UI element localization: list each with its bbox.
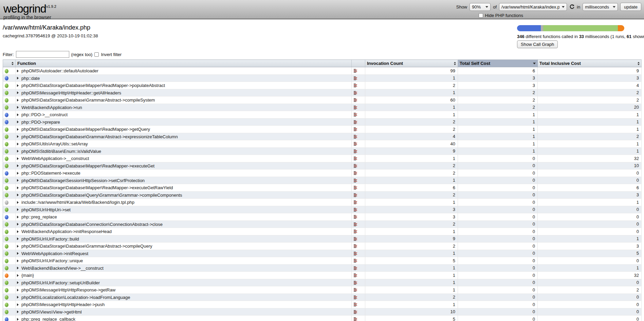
expand-arrow-icon[interactable] — [17, 113, 19, 116]
table-row[interactable]: Web\WebApplication->initRequest 1 0 5 — [3, 250, 642, 257]
expand-arrow-icon[interactable] — [17, 150, 19, 153]
hide-php-label[interactable]: Hide PHP functions — [485, 13, 523, 18]
table-row[interactable]: include::/var/www/html/Karaka/Web/Backen… — [3, 199, 642, 206]
table-row[interactable]: php::preg_replace 3 0 0 — [3, 213, 642, 221]
source-lines-icon[interactable] — [354, 193, 358, 198]
source-lines-icon[interactable] — [354, 200, 358, 205]
expand-arrow-icon[interactable] — [17, 128, 19, 131]
expand-arrow-icon[interactable] — [17, 267, 19, 269]
sort-icon[interactable] — [638, 62, 640, 65]
expand-arrow-icon[interactable] — [17, 201, 19, 204]
column-header-invocation-count[interactable]: Invocation Count — [365, 60, 458, 67]
invert-filter-checkbox[interactable] — [94, 52, 99, 57]
source-lines-icon[interactable] — [354, 215, 358, 219]
source-lines-icon[interactable] — [354, 76, 358, 81]
expand-arrow-icon[interactable] — [17, 172, 19, 175]
source-lines-icon[interactable] — [354, 281, 358, 285]
expand-arrow-icon[interactable] — [17, 99, 19, 102]
source-lines-icon[interactable] — [354, 229, 358, 234]
source-lines-icon[interactable] — [354, 288, 358, 292]
source-lines-icon[interactable] — [354, 171, 358, 176]
table-row[interactable]: phpOMS\DataStorage\Database\Query\Gramma… — [3, 191, 642, 199]
expand-arrow-icon[interactable] — [17, 91, 19, 94]
table-row[interactable]: phpOMS\Uri\UriFactory::build 9 0 1 — [3, 235, 642, 243]
invert-filter-label[interactable]: Invert filter — [101, 52, 122, 57]
refresh-icon[interactable] — [569, 4, 574, 10]
expand-arrow-icon[interactable] — [17, 260, 19, 262]
source-lines-icon[interactable] — [354, 251, 358, 256]
expand-arrow-icon[interactable] — [17, 106, 19, 109]
expand-arrow-icon[interactable] — [17, 281, 19, 284]
table-row[interactable]: phpOMS\Views\View->getHtml 10 0 0 — [3, 308, 642, 316]
table-row[interactable]: Web\Backend\Application->initResponseHea… — [3, 228, 642, 235]
hide-php-checkbox[interactable] — [479, 13, 483, 18]
show-percent-select[interactable]: 90% — [470, 3, 491, 11]
table-row[interactable]: Web\WebApplication->__construct 1 0 32 — [3, 155, 642, 162]
table-row[interactable]: phpOMS\DataStorage\Session\HttpSession->… — [3, 177, 642, 184]
table-row[interactable]: Web\Backend\Application->run 1 2 20 — [3, 104, 642, 111]
source-lines-icon[interactable] — [354, 317, 358, 321]
table-row[interactable]: phpOMS\DataStorage\Database\Mapper\ReadM… — [3, 82, 642, 89]
expand-arrow-icon[interactable] — [17, 310, 19, 313]
table-row[interactable]: php::preg_replace_callback 5 0 0 — [3, 316, 642, 321]
table-row[interactable]: phpOMS\Uri\UriFactory::unique 5 0 0 — [3, 257, 642, 265]
column-header-color[interactable] — [3, 60, 16, 67]
source-lines-icon[interactable] — [354, 149, 358, 154]
table-row[interactable]: phpOMS\DataStorage\Database\GrammarAbstr… — [3, 133, 642, 140]
expand-arrow-icon[interactable] — [17, 77, 19, 79]
table-row[interactable]: phpOMS\Uri\HttpUri->set 3 0 0 — [3, 206, 642, 213]
source-lines-icon[interactable] — [354, 142, 358, 146]
table-row[interactable]: phpOMS\DataStorage\Database\Mapper\ReadM… — [3, 126, 642, 133]
expand-arrow-icon[interactable] — [17, 179, 19, 182]
source-lines-icon[interactable] — [354, 178, 358, 183]
source-lines-icon[interactable] — [354, 105, 358, 110]
expand-arrow-icon[interactable] — [17, 245, 19, 248]
expand-arrow-icon[interactable] — [17, 186, 19, 189]
table-row[interactable]: phpOMS\Message\Http\HttpResponse->getRaw… — [3, 286, 642, 294]
expand-arrow-icon[interactable] — [17, 70, 19, 72]
table-row[interactable]: phpOMS\Autoloader::defaultAutoloader 99 … — [3, 67, 642, 75]
expand-arrow-icon[interactable] — [17, 121, 19, 123]
source-lines-icon[interactable] — [354, 156, 358, 161]
source-lines-icon[interactable] — [354, 135, 358, 139]
table-row[interactable]: phpOMS\Message\Http\HttpHeader::getAllHe… — [3, 89, 642, 96]
table-row[interactable]: php::PDO->prepare 2 1 1 — [3, 118, 642, 126]
source-lines-icon[interactable] — [354, 302, 358, 307]
source-lines-icon[interactable] — [354, 83, 358, 88]
source-lines-icon[interactable] — [354, 164, 358, 168]
profile-file-select[interactable]: /var/www/html/Karaka/index.p — [499, 3, 567, 11]
table-row[interactable]: phpOMS\Message\Http\HttpHeader->push 1 0… — [3, 301, 642, 308]
table-row[interactable]: phpOMS\DataStorage\Database\GrammarAbstr… — [3, 96, 642, 104]
expand-arrow-icon[interactable] — [17, 143, 19, 145]
expand-arrow-icon[interactable] — [17, 157, 19, 160]
unit-select[interactable]: milliseconds — [583, 3, 618, 11]
expand-arrow-icon[interactable] — [17, 296, 19, 299]
sort-icon[interactable] — [12, 62, 14, 65]
table-row[interactable]: phpOMS\Localization\Localization->loadFr… — [3, 293, 642, 301]
table-row[interactable]: phpOMS\DataStorage\Database\Mapper\ReadM… — [3, 184, 642, 192]
column-header-function[interactable]: Function — [16, 60, 352, 67]
expand-arrow-icon[interactable] — [17, 164, 19, 167]
expand-arrow-icon[interactable] — [17, 135, 19, 138]
expand-arrow-icon[interactable] — [17, 303, 19, 306]
table-row[interactable]: php::PDO->__construct 1 1 1 — [3, 111, 642, 119]
source-lines-icon[interactable] — [354, 310, 358, 315]
expand-arrow-icon[interactable] — [17, 194, 19, 196]
table-row[interactable]: phpOMS\DataStorage\Database\GrammarAbstr… — [3, 243, 642, 250]
source-lines-icon[interactable] — [354, 237, 358, 242]
update-button[interactable]: update — [620, 3, 641, 11]
column-header-total-self-cost[interactable]: Total Self Cost — [458, 60, 538, 67]
expand-arrow-icon[interactable] — [17, 208, 19, 211]
source-lines-icon[interactable] — [354, 185, 358, 190]
expand-arrow-icon[interactable] — [17, 230, 19, 233]
sort-icon[interactable] — [454, 62, 456, 65]
source-lines-icon[interactable] — [354, 244, 358, 249]
source-lines-icon[interactable] — [354, 69, 358, 73]
expand-arrow-icon[interactable] — [17, 289, 19, 291]
table-row[interactable]: {main} 1 0 32 — [3, 272, 642, 279]
expand-arrow-icon[interactable] — [17, 216, 19, 218]
source-lines-icon[interactable] — [354, 266, 358, 271]
table-row[interactable]: phpOMS\DataStorage\Database\Mapper\ReadM… — [3, 162, 642, 170]
expand-arrow-icon[interactable] — [17, 84, 19, 87]
source-lines-icon[interactable] — [354, 295, 358, 300]
